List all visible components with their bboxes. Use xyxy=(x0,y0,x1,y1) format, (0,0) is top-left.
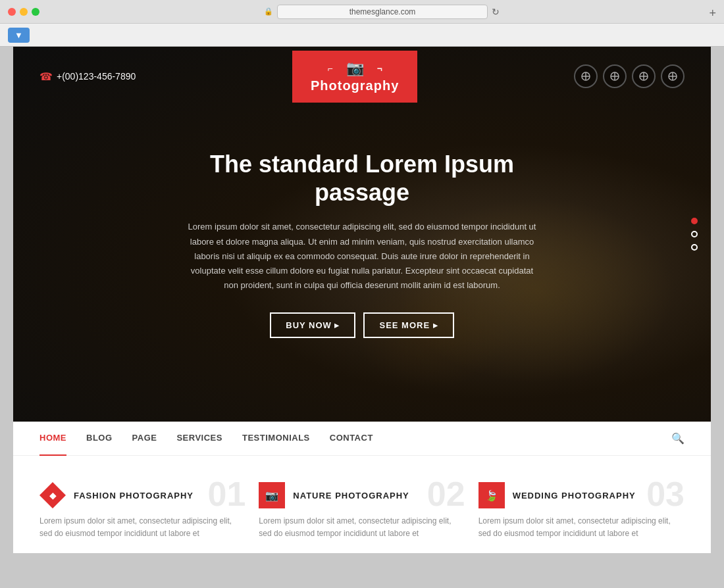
feature-desc-3: Lorem ipsum dolor sit amet, consectetur … xyxy=(478,515,685,540)
camera-icon: 📷 xyxy=(346,60,364,77)
logo-top-row: ⌐ 📷 ¬ xyxy=(327,60,382,77)
search-icon[interactable]: 🔍 xyxy=(671,432,685,445)
nav-item-contact[interactable]: CONTACT xyxy=(330,421,373,456)
slide-dot-3[interactable] xyxy=(691,244,698,251)
feature-item-1: ◆ FASHION PHOTOGRAPHY 01 Lorem ipsum dol… xyxy=(39,482,246,540)
hero-content: The standard Lorem Ipsum passage Lorem i… xyxy=(171,150,553,338)
nav-item-home[interactable]: HOME xyxy=(39,421,66,456)
feature-header-1: ◆ FASHION PHOTOGRAPHY 01 xyxy=(39,482,246,508)
corner-bracket-right: ¬ xyxy=(377,63,382,74)
social-icon-2[interactable] xyxy=(603,64,627,88)
phone-text: +(00)123-456-7890 xyxy=(57,71,136,82)
address-bar: 🔒 ↻ xyxy=(47,5,716,19)
feature-title-3: WEDDING PHOTOGRAPHY xyxy=(513,491,636,501)
hero-description: Lorem ipsum dolor sit amet, consectetur … xyxy=(184,220,540,292)
nav-item-testimonials[interactable]: TESTIMONIALS xyxy=(242,421,310,456)
corner-bracket-left: ⌐ xyxy=(327,63,332,74)
slide-dot-2[interactable] xyxy=(691,231,698,237)
feature-header-3: 🍃 WEDDING PHOTOGRAPHY 03 xyxy=(478,482,685,508)
feature-item-3: 🍃 WEDDING PHOTOGRAPHY 03 Lorem ipsum dol… xyxy=(478,482,685,540)
refresh-button[interactable]: ↻ xyxy=(492,7,500,17)
site-navigation: HOME BLOG PAGE SERVICES TESTIMONIALS CON… xyxy=(13,422,711,456)
social-icon-1[interactable] xyxy=(574,64,598,88)
site-header: ☎ +(00)123-456-7890 ⌐ 📷 ¬ Photography xyxy=(13,47,711,106)
slide-dots xyxy=(691,218,698,251)
feature-num-3: 03 xyxy=(646,477,685,511)
website-content: ☎ +(00)123-456-7890 ⌐ 📷 ¬ Photography xyxy=(13,47,711,553)
nav-item-blog[interactable]: BLOG xyxy=(86,421,113,456)
phone-icon: ☎ xyxy=(39,70,53,83)
hero-section: ☎ +(00)123-456-7890 ⌐ 📷 ¬ Photography xyxy=(13,47,711,422)
social-icons-group xyxy=(574,64,685,88)
feature-item-2: 📷 NATURE PHOTOGRAPHY 02 Lorem ipsum dolo… xyxy=(259,482,465,540)
leaf-icon: 🍃 xyxy=(478,482,505,508)
feature-num-2: 02 xyxy=(427,477,465,511)
camera-feature-icon: 📷 xyxy=(259,482,285,508)
nav-item-services[interactable]: SERVICES xyxy=(176,421,222,456)
nav-item-page[interactable]: PAGE xyxy=(132,421,157,456)
feature-title-1: FASHION PHOTOGRAPHY xyxy=(74,491,194,501)
buy-now-button[interactable]: BUY NOW ▸ xyxy=(270,312,355,338)
logo-text: Photography xyxy=(311,78,399,93)
browser-toolbar: ▼ xyxy=(0,24,724,46)
feature-header-2: 📷 NATURE PHOTOGRAPHY 02 xyxy=(259,482,465,508)
minimize-button[interactable] xyxy=(20,8,28,16)
site-logo[interactable]: ⌐ 📷 ¬ Photography xyxy=(292,51,417,103)
diamond-icon: ◆ xyxy=(39,482,66,508)
traffic-lights xyxy=(8,8,39,16)
slide-dot-1[interactable] xyxy=(691,218,698,224)
social-icon-3[interactable] xyxy=(632,64,656,88)
feature-num-1: 01 xyxy=(207,477,246,511)
features-section: ◆ FASHION PHOTOGRAPHY 01 Lorem ipsum dol… xyxy=(13,456,711,553)
feature-desc-2: Lorem ipsum dolor sit amet, consectetur … xyxy=(259,515,465,540)
new-tab-button[interactable]: + xyxy=(709,7,716,20)
social-icon-4[interactable] xyxy=(661,64,685,88)
nav-menu: HOME BLOG PAGE SERVICES TESTIMONIALS CON… xyxy=(39,421,373,456)
phone-number: ☎ +(00)123-456-7890 xyxy=(39,70,136,83)
dropdown-button[interactable]: ▼ xyxy=(8,28,30,43)
lock-icon: 🔒 xyxy=(264,7,273,16)
maximize-button[interactable] xyxy=(32,8,39,16)
see-more-button[interactable]: SEE MORE ▸ xyxy=(363,312,453,338)
hero-buttons: BUY NOW ▸ SEE MORE ▸ xyxy=(184,312,540,338)
hero-title: The standard Lorem Ipsum passage xyxy=(184,150,540,207)
logo-frame: ⌐ 📷 ¬ Photography xyxy=(311,60,399,93)
close-button[interactable] xyxy=(8,8,16,16)
feature-title-2: NATURE PHOTOGRAPHY xyxy=(293,491,409,501)
url-input[interactable] xyxy=(277,5,488,19)
feature-desc-1: Lorem ipsum dolor sit amet, consectetur … xyxy=(39,515,246,540)
